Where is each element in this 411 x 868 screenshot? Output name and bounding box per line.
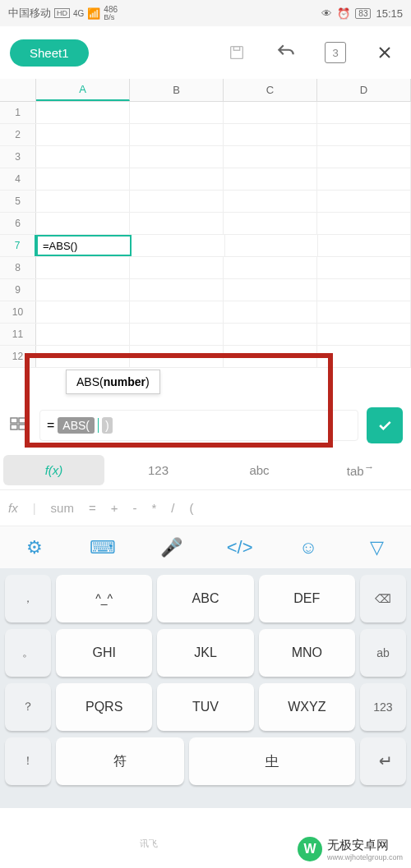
- alarm-icon: ⏰: [337, 7, 350, 20]
- col-header-b[interactable]: B: [130, 79, 224, 101]
- undo-icon[interactable]: [270, 36, 302, 69]
- status-bar: 中国移动 HD 4G 📶 486 B/s 👁 ⏰ 83 15:15: [0, 0, 411, 26]
- equals-sign: =: [47, 418, 54, 433]
- row-header[interactable]: 1: [0, 102, 36, 123]
- fx-mult[interactable]: *: [151, 501, 156, 515]
- row-header[interactable]: 5: [0, 191, 36, 212]
- svg-rect-5: [19, 425, 25, 429]
- mode-tab-fx[interactable]: f(x): [3, 455, 104, 485]
- row-header[interactable]: 11: [0, 324, 36, 345]
- row-header[interactable]: 3: [0, 146, 36, 168]
- keyboard-switch-icon[interactable]: ⌨: [86, 537, 119, 558]
- mode-tab-abc[interactable]: abc: [209, 455, 310, 485]
- fx-minus[interactable]: -: [132, 501, 136, 515]
- row-header[interactable]: 10: [0, 301, 36, 323]
- watermark: W 无极安卓网 www.wjhotelgroup.com: [298, 837, 403, 861]
- key-tuv[interactable]: TUV: [157, 683, 253, 731]
- confirm-button[interactable]: [367, 407, 403, 443]
- hd-badge: HD: [54, 8, 70, 18]
- watermark-title: 无极安卓网: [327, 838, 403, 853]
- row-header[interactable]: 8: [0, 257, 36, 278]
- clock-label: 15:15: [376, 7, 403, 20]
- key-exclaim[interactable]: ！: [5, 737, 51, 785]
- col-header-d[interactable]: D: [317, 79, 411, 101]
- fx-div[interactable]: /: [171, 501, 174, 515]
- mode-tab-tab[interactable]: tab→: [310, 453, 411, 486]
- svg-rect-0: [231, 47, 243, 59]
- key-ab[interactable]: ab: [360, 629, 406, 677]
- svg-rect-1: [233, 47, 239, 51]
- fx-plus[interactable]: +: [111, 501, 118, 515]
- row-header[interactable]: 6: [0, 213, 36, 234]
- key-lang[interactable]: 中: [189, 737, 355, 785]
- fx-label: fx: [8, 501, 18, 515]
- col-header-c[interactable]: C: [224, 79, 317, 101]
- sheet-name-label: Sheet1: [30, 46, 69, 60]
- keyboard: ， ^_^ ABC DEF ⌫ 。 GHI JKL MNO ab ？ PQRS …: [0, 568, 411, 808]
- active-cell[interactable]: =ABS(): [36, 235, 132, 256]
- ime-brand-label: 讯飞: [140, 838, 158, 850]
- close-icon[interactable]: [368, 36, 401, 69]
- carrier-label: 中国移动: [8, 6, 51, 21]
- row-header[interactable]: 7: [0, 235, 36, 256]
- spreadsheet-grid[interactable]: A B C D 1 2 3 4 5 6 7=ABS() 8 9 10 11 12: [0, 79, 411, 368]
- fx-shortcut-bar: fx | sum = + - * / (: [0, 489, 411, 526]
- key-face[interactable]: ^_^: [56, 575, 152, 622]
- col-header-a[interactable]: A: [36, 79, 130, 101]
- key-abc[interactable]: ABC: [157, 575, 253, 622]
- ime-toolbar: ⚙ ⌨ 🎤 </> ☺ ▽: [0, 526, 411, 568]
- page-indicator[interactable]: 3: [319, 36, 352, 69]
- collapse-icon[interactable]: ▽: [360, 537, 393, 558]
- table-icon[interactable]: [8, 414, 31, 438]
- text-cursor: [98, 418, 99, 433]
- cell[interactable]: [36, 102, 130, 123]
- fx-eq[interactable]: =: [89, 501, 96, 515]
- svg-rect-2: [11, 418, 17, 423]
- watermark-logo: W: [298, 837, 322, 861]
- app-toolbar: Sheet1 3: [0, 26, 411, 79]
- mode-tab-123[interactable]: 123: [108, 455, 209, 485]
- key-123[interactable]: 123: [360, 683, 406, 731]
- key-symbol[interactable]: 符: [56, 737, 184, 785]
- sheet-tab[interactable]: Sheet1: [10, 39, 89, 67]
- key-def[interactable]: DEF: [259, 575, 355, 622]
- key-wxyz[interactable]: WXYZ: [259, 683, 355, 731]
- key-mno[interactable]: MNO: [259, 629, 355, 677]
- key-pqrs[interactable]: PQRS: [56, 683, 152, 731]
- watermark-url: www.wjhotelgroup.com: [327, 853, 403, 861]
- svg-rect-4: [11, 425, 17, 429]
- key-comma[interactable]: ，: [5, 575, 51, 622]
- voice-icon[interactable]: 🎤: [155, 537, 187, 558]
- formula-chip-close: ): [102, 417, 113, 434]
- key-enter[interactable]: [360, 737, 406, 785]
- network-type: 4G: [73, 9, 84, 18]
- fx-sum[interactable]: sum: [51, 501, 74, 515]
- key-backspace[interactable]: ⌫: [360, 575, 406, 622]
- eye-icon: 👁: [321, 7, 332, 20]
- svg-rect-3: [19, 418, 25, 423]
- row-header[interactable]: 9: [0, 279, 36, 301]
- speed-value: 486: [104, 6, 118, 14]
- key-period[interactable]: 。: [5, 629, 51, 677]
- settings-icon[interactable]: ⚙: [18, 537, 51, 558]
- key-question[interactable]: ？: [5, 683, 51, 731]
- emoji-icon[interactable]: ☺: [292, 537, 325, 558]
- formula-chip-abs: ABS(: [58, 417, 95, 434]
- battery-icon: 83: [355, 8, 371, 19]
- speed-unit: B/s: [104, 14, 118, 21]
- formula-input[interactable]: = ABS( ): [39, 410, 358, 441]
- input-mode-tabs: f(x) 123 abc tab→: [0, 450, 411, 489]
- row-header[interactable]: 12: [0, 346, 36, 367]
- fx-paren[interactable]: (: [189, 501, 193, 515]
- key-ghi[interactable]: GHI: [56, 629, 152, 677]
- code-icon[interactable]: </>: [224, 537, 256, 558]
- formula-hint-tooltip: ABS(number): [66, 370, 160, 394]
- key-jkl[interactable]: JKL: [157, 629, 253, 677]
- save-icon[interactable]: [220, 36, 253, 69]
- page-number: 3: [332, 47, 338, 59]
- formula-bar: = ABS( ): [0, 401, 411, 450]
- row-header[interactable]: 2: [0, 124, 36, 145]
- signal-icon: 📶: [87, 7, 100, 20]
- grid-corner[interactable]: [0, 79, 36, 101]
- row-header[interactable]: 4: [0, 168, 36, 190]
